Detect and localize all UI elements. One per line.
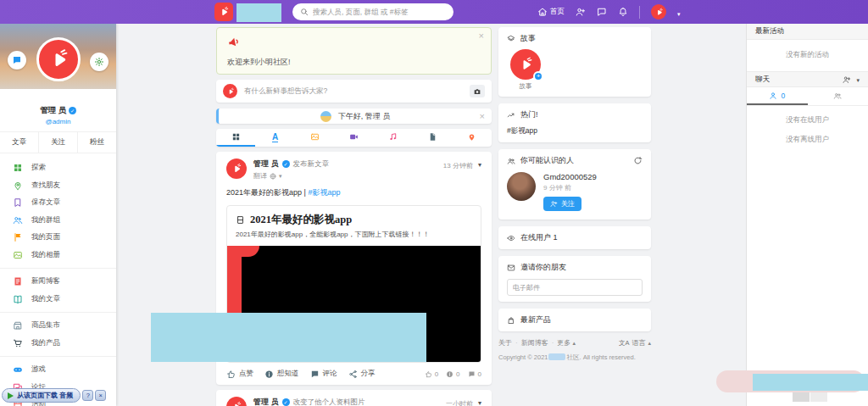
avatar-logo-icon [231,163,242,175]
sidebar-item-my-groups[interactable]: 我的群组 [0,212,116,230]
like-button[interactable]: 点赞 [226,369,253,379]
search-bar [292,3,453,20]
sidebar-item-saved-posts[interactable]: 保存文章 [0,194,116,212]
footer-blog-link[interactable]: 新闻博客 [521,338,548,348]
avatar-logo-icon [654,8,664,17]
suggested-user-name[interactable]: Gmd20000529 [543,172,597,181]
create-story-button[interactable]: + 故事 [507,49,544,91]
post-author-avatar[interactable] [226,397,247,406]
download-help-button[interactable]: ? [82,390,93,401]
sidebar-item-my-albums[interactable]: 我的相册 [0,247,116,264]
people-icon [507,157,515,165]
globe-icon [270,173,276,180]
tab-music-posts[interactable] [374,129,413,147]
image-icon [310,132,320,142]
sidebar-item-label: 商品集市 [31,320,60,331]
online-users-card[interactable]: 在线用户 1 [498,226,651,249]
tab-following[interactable]: 关注 [38,132,77,153]
sidebar-item-my-articles[interactable]: 我的文章 [0,291,116,309]
map-pin-icon [13,181,23,191]
notifications-button[interactable] [618,7,628,17]
add-user-icon[interactable] [843,75,851,84]
messages-button[interactable] [597,7,607,17]
like-count: 0 [435,370,438,378]
tab-text-posts[interactable]: A [255,129,294,147]
post-menu-caret[interactable] [478,161,481,169]
post-author-avatar[interactable] [226,159,247,179]
close-icon[interactable]: × [479,31,484,41]
chat-tab-online[interactable]: 0 [747,87,808,105]
sidebar-item-my-products[interactable]: 我的产品 [0,335,116,353]
image-icon [13,250,23,260]
profile-menu-caret[interactable] [677,4,681,19]
footer-more-link[interactable]: 更多 [557,338,576,348]
sidebar-item-games[interactable]: 游戏 [0,361,116,379]
chat-collapse-caret[interactable] [856,75,860,84]
hashtag-link[interactable]: #影视app [308,188,340,197]
profile-name[interactable]: 管理 员 [40,105,66,116]
download-audio-button[interactable]: 从该页面下载 音频 [2,388,81,403]
latest-products-card[interactable]: 最新产品 [498,309,651,331]
follow-button[interactable]: 关注 [543,197,581,211]
tab-place-posts[interactable] [453,129,492,147]
tab-photo-posts[interactable] [295,129,334,147]
settings-button[interactable] [90,53,108,71]
post-author-name[interactable]: 管理 员 [253,397,279,406]
comment-icon [468,370,476,378]
sidebar-item-find-friends[interactable]: 查找朋友 [0,177,116,195]
refresh-icon[interactable] [633,156,643,165]
tab-articles[interactable]: 文章 [0,132,38,153]
post-author-name[interactable]: 管理 员 [253,159,279,170]
translate-link[interactable]: 翻译 [253,171,267,181]
wonder-button[interactable]: 想知道 [264,369,299,379]
profile-avatar-button[interactable] [651,4,666,19]
suggested-user-avatar[interactable] [507,172,536,201]
language-selector[interactable]: 文A 语言 [619,338,651,348]
tab-video-posts[interactable] [334,129,373,147]
gear-icon [94,57,104,67]
profile-handle[interactable]: @admin [0,118,116,125]
copyright-text: Copyright © 2021社区. All rights reserved. [498,353,651,362]
close-icon[interactable]: × [480,112,485,121]
online-users-title: 在线用户 1 [520,232,558,243]
app-logo[interactable] [214,3,233,21]
tab-followers[interactable]: 粉丝 [77,132,116,153]
download-close-button[interactable]: × [95,390,106,401]
tab-all-posts[interactable] [216,129,255,147]
composer-avatar[interactable] [223,84,237,98]
tab-file-posts[interactable] [413,129,452,147]
sidebar-item-label: 我的文章 [31,294,60,304]
composer-placeholder[interactable]: 有什么新鲜事想告诉大家? [244,86,463,97]
chat-title: 聊天 [755,75,770,85]
feed-filter-tabs: A [216,129,492,147]
translate-caret[interactable] [279,172,282,180]
post-timestamp: 13 分钟前 [443,161,473,170]
quick-chat-button[interactable] [8,51,26,70]
share-button[interactable]: 分享 [348,369,376,379]
trending-hashtag-link[interactable]: #影视app [507,126,643,136]
trending-title: 热门! [520,109,538,120]
post-action-text: 改变了他个人资料图片 [293,398,365,406]
article-title: 2021年最好的影视app [250,213,352,227]
news-icon [13,276,23,286]
sidebar-item-explore[interactable]: 探索 [0,159,116,177]
chat-empty-offline: 没有离线用户 [747,125,868,145]
post-menu-caret[interactable] [478,399,481,406]
comment-button[interactable]: 评论 [310,369,337,379]
profile-avatar[interactable] [36,37,81,81]
divider [0,312,116,313]
sidebar-item-my-pages[interactable]: 我的页面 [0,229,116,247]
sidebar-item-news-blog[interactable]: 新闻博客 [0,273,116,291]
home-link[interactable]: 首页 [537,7,565,17]
post-article: 管理 员 改变了他个人资料图片 一小时前 [216,390,492,406]
avatar-logo-icon [226,87,235,96]
article-description: 2021年最好的影视app，全能影视app，下面附上下载链接！！！ [227,230,481,246]
footer-about-link[interactable]: 关于 [498,338,512,348]
chat-tab-groups[interactable] [808,87,868,105]
friend-requests-button[interactable] [576,7,586,17]
search-input[interactable] [313,8,446,16]
sidebar-item-marketplace[interactable]: 商品集市 [0,317,116,335]
invite-email-input[interactable] [507,279,643,296]
activity-title: 最新活动 [755,26,784,36]
attach-photo-button[interactable] [470,85,485,97]
